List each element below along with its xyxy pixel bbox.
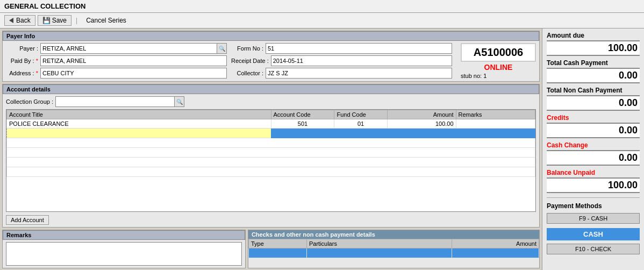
account-section-header: Account details bbox=[3, 84, 539, 94]
balance-unpaid-label: Balance Unpaid bbox=[547, 169, 640, 176]
checks-header: Checks and other non cash payment detail… bbox=[248, 230, 539, 239]
cell-account-code: 501 bbox=[271, 119, 334, 129]
collector-value: JZ S JZ bbox=[266, 68, 452, 79]
cash-highlight: CASH bbox=[547, 228, 640, 240]
amount-due-value: 100.00 bbox=[547, 40, 640, 56]
paid-by-input[interactable] bbox=[40, 55, 227, 66]
payer-label: Payer : bbox=[6, 45, 38, 52]
balance-unpaid-value: 100.00 bbox=[547, 177, 640, 193]
bottom-section: Remarks Checks and other non cash paymen… bbox=[2, 230, 540, 268]
divider bbox=[547, 197, 640, 198]
save-icon: 💾 bbox=[42, 17, 51, 24]
col-account-code: Account Code bbox=[271, 110, 334, 119]
payer-section: Payer Info Payer : 🔍 Paid By : * bbox=[2, 31, 540, 82]
amount-due-label: Amount due bbox=[547, 32, 640, 39]
paid-by-text-input[interactable] bbox=[41, 56, 226, 66]
checks-col-type: Type bbox=[248, 239, 306, 248]
table-row[interactable]: POLICE CLEARANCE 501 01 100.00 bbox=[7, 119, 535, 129]
remarks-header: Remarks bbox=[3, 230, 245, 240]
payer-search-icon[interactable]: 🔍 bbox=[217, 44, 226, 53]
credits-value: 0.00 bbox=[547, 123, 640, 138]
cell-amount: 100.00 bbox=[387, 119, 456, 129]
save-button[interactable]: 💾 Save bbox=[38, 15, 71, 26]
save-label: Save bbox=[52, 17, 67, 24]
table-row-empty3 bbox=[7, 158, 535, 167]
checks-row-blue[interactable] bbox=[248, 248, 539, 258]
title-bar: GENERAL COLLECTION bbox=[0, 0, 644, 13]
remarks-section: Remarks bbox=[2, 230, 246, 268]
add-account-button[interactable]: Add Account bbox=[6, 215, 49, 225]
f10-check-button[interactable]: F10 - CHECK bbox=[547, 244, 640, 254]
total-non-cash-label: Total Non Cash Payment bbox=[547, 87, 640, 94]
address-text-input[interactable] bbox=[41, 68, 226, 78]
table-row-empty4 bbox=[7, 167, 535, 177]
right-panel: Amount due 100.00 Total Cash Payment 0.0… bbox=[542, 29, 644, 270]
table-row-empty1 bbox=[7, 138, 535, 148]
table-row-empty2 bbox=[7, 148, 535, 158]
account-table-container: Account Title Account Code Fund Code Amo… bbox=[6, 109, 536, 212]
address-label: Address : * bbox=[6, 70, 38, 76]
cash-change-value: 0.00 bbox=[547, 150, 640, 166]
collector-label: Collector : bbox=[231, 70, 263, 76]
stub-no: stub no: 1 bbox=[461, 73, 486, 79]
remarks-textarea[interactable] bbox=[6, 242, 242, 266]
toolbar: Back 💾 Save | Cancel Series bbox=[0, 13, 644, 29]
col-remarks: Remarks bbox=[456, 110, 535, 119]
receipt-date-label: Receipt Date : bbox=[231, 58, 269, 64]
checks-col-particulars: Particulars bbox=[306, 239, 452, 248]
payer-section-header: Payer Info bbox=[3, 31, 539, 41]
total-cash-label: Total Cash Payment bbox=[547, 59, 640, 67]
total-non-cash-value: 0.00 bbox=[547, 95, 640, 111]
paid-by-label: Paid By : * bbox=[6, 58, 38, 64]
checks-col-amount: Amount bbox=[452, 239, 539, 248]
page-title: GENERAL COLLECTION bbox=[4, 2, 85, 10]
form-no-value: 51 bbox=[266, 43, 452, 54]
receipt-date-value: 2014-05-11 bbox=[271, 55, 452, 66]
col-account-title: Account Title bbox=[7, 110, 271, 119]
cancel-series-button[interactable]: Cancel Series bbox=[82, 16, 131, 25]
col-amount: Amount bbox=[387, 110, 456, 119]
credits-label: Credits bbox=[547, 114, 640, 122]
cancel-series-label: Cancel Series bbox=[86, 17, 126, 24]
back-button[interactable]: Back bbox=[4, 15, 35, 26]
collection-group-text-input[interactable] bbox=[56, 97, 174, 106]
checks-table-container: Type Particulars Amount bbox=[248, 239, 539, 268]
cell-remarks bbox=[456, 119, 535, 129]
toolbar-separator: | bbox=[76, 17, 77, 24]
back-arrow-icon bbox=[9, 18, 13, 23]
cell-account-title: POLICE CLEARANCE bbox=[7, 119, 271, 129]
online-status: ONLINE bbox=[461, 63, 536, 72]
collection-group-label: Collection Group : bbox=[6, 98, 53, 105]
form-no-label: Form No : bbox=[231, 45, 263, 52]
checks-table: Type Particulars Amount bbox=[248, 239, 539, 258]
table-row-yellow[interactable] bbox=[7, 129, 535, 138]
address-input[interactable] bbox=[40, 68, 227, 79]
payer-input[interactable]: 🔍 bbox=[40, 43, 227, 54]
cash-change-label: Cash Change bbox=[547, 141, 640, 149]
col-fund-code: Fund Code bbox=[334, 110, 387, 119]
checks-section: Checks and other non cash payment detail… bbox=[248, 230, 540, 268]
payer-text-input[interactable] bbox=[41, 44, 217, 53]
receipt-id: A5100006 bbox=[461, 43, 536, 62]
back-label: Back bbox=[16, 17, 31, 24]
account-table: Account Title Account Code Fund Code Amo… bbox=[6, 110, 535, 177]
f9-cash-button[interactable]: F9 - CASH bbox=[547, 213, 640, 224]
collection-group-input[interactable]: 🔍 bbox=[55, 96, 184, 107]
collection-group-search-icon[interactable]: 🔍 bbox=[174, 97, 184, 106]
cell-fund-code: 01 bbox=[334, 119, 387, 129]
total-cash-value: 0.00 bbox=[547, 68, 640, 83]
account-section: Account details Collection Group : 🔍 Acc… bbox=[2, 84, 540, 228]
payment-methods-label: Payment Methods bbox=[547, 202, 640, 210]
